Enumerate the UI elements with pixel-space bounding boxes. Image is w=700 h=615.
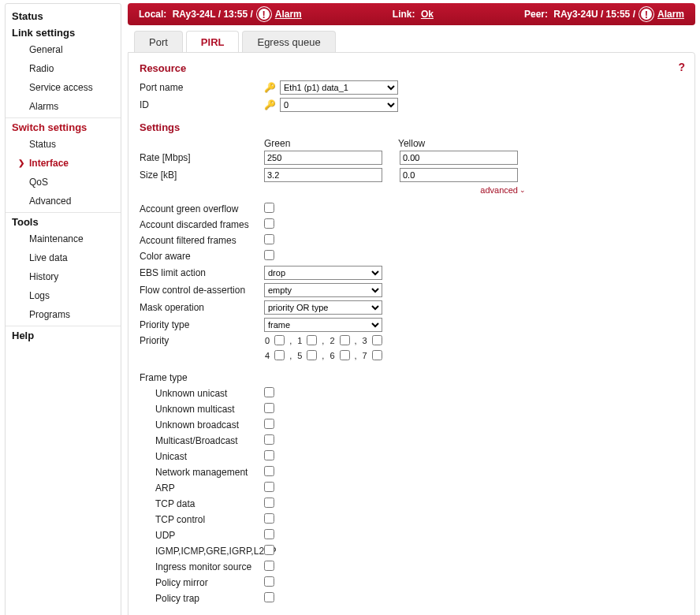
status-local-label: Local: [139, 9, 166, 20]
input-size-yellow[interactable] [400, 168, 518, 182]
input-rate-yellow[interactable] [400, 151, 518, 165]
column-header-green: Green [264, 138, 398, 149]
sidebar-section-switch-settings[interactable]: Switch settings [6, 118, 121, 135]
sidebar-item-logs[interactable]: Logs [6, 286, 121, 305]
checkbox-frame-type-10[interactable] [264, 545, 274, 555]
status-link-label: Link: [393, 9, 415, 20]
help-icon[interactable]: ? [678, 61, 685, 73]
label-account-green-overflow: Account green overflow [140, 203, 264, 214]
label-frame-type: Frame type [140, 372, 264, 383]
label-flow-control-deassertion: Flow control de-assertion [140, 285, 264, 296]
sidebar-item-qos[interactable]: QoS [6, 173, 121, 192]
label-frame-type-8: TCP control [140, 514, 264, 525]
priority-num-5: 5 [297, 351, 302, 360]
select-ebs-limit-action[interactable]: drop [264, 266, 382, 280]
sidebar-item-programs[interactable]: Programs [6, 305, 121, 324]
checkbox-frame-type-0[interactable] [264, 387, 274, 397]
checkbox-priority-2[interactable] [340, 335, 350, 345]
status-link: Link: Ok [393, 9, 434, 20]
select-port-name[interactable]: Eth1 (p1) data_1 [280, 80, 398, 95]
key-icon: 🔑 [264, 82, 276, 93]
checkbox-priority-1[interactable] [307, 335, 317, 345]
tab-port[interactable]: Port [134, 31, 183, 53]
checkbox-frame-type-3[interactable] [264, 434, 274, 445]
checkbox-frame-type-1[interactable] [264, 403, 274, 413]
checkbox-frame-type-7[interactable] [264, 498, 274, 508]
advanced-toggle[interactable]: advanced ⌄ [140, 185, 683, 195]
select-priority-type[interactable]: frame [264, 318, 382, 332]
status-peer-alarm-link[interactable]: Alarm [657, 9, 684, 20]
checkbox-frame-type-6[interactable] [264, 482, 274, 492]
checkbox-account-discarded[interactable] [264, 218, 274, 229]
sidebar-item-history[interactable]: History [6, 267, 121, 286]
checkbox-frame-type-11[interactable] [264, 561, 274, 571]
sidebar-section-link-settings[interactable]: Link settings [6, 24, 121, 40]
tab-egress-queue[interactable]: Egress queue [242, 31, 335, 53]
checkbox-priority-7[interactable] [372, 350, 382, 360]
sidebar: Status Link settings General Radio Servi… [5, 3, 121, 615]
select-id[interactable]: 0 [280, 98, 398, 112]
status-peer-label: Peer: [524, 9, 548, 20]
checkbox-frame-type-12[interactable] [264, 576, 274, 587]
section-settings-title: Settings [140, 121, 683, 133]
form-card: ? Resource Port name 🔑 Eth1 (p1) data_1 … [128, 52, 695, 615]
priority-num-1: 1 [297, 336, 302, 345]
select-flow-control-deassertion[interactable]: empty [264, 283, 382, 297]
sidebar-item-radio[interactable]: Radio [6, 59, 121, 78]
checkbox-frame-type-2[interactable] [264, 419, 274, 429]
label-frame-type-2: Unknown broadcast [140, 419, 264, 430]
priority-num-7: 7 [363, 351, 367, 360]
label-priority: Priority [140, 335, 264, 346]
sidebar-item-general[interactable]: General [6, 40, 121, 59]
column-header-yellow: Yellow [398, 138, 532, 149]
sidebar-item-service-access[interactable]: Service access [6, 78, 121, 97]
sidebar-item-live-data[interactable]: Live data [6, 248, 121, 267]
link-status-bar: Local: RAy3-24L / 13:55 / ! Alarm Link: … [128, 3, 695, 25]
priority-num-3: 3 [363, 336, 367, 345]
tab-pirl[interactable]: PIRL [186, 31, 240, 53]
label-frame-type-5: Network management [140, 467, 264, 478]
status-link-value[interactable]: Ok [421, 9, 434, 20]
label-frame-type-12: Policy mirror [140, 577, 264, 588]
select-mask-operation[interactable]: priority OR type [264, 300, 382, 315]
checkbox-account-green-overflow[interactable] [264, 203, 274, 213]
checkbox-frame-type-13[interactable] [264, 592, 274, 602]
checkbox-priority-4[interactable] [274, 350, 285, 360]
input-rate-green[interactable] [264, 151, 382, 165]
status-peer-value: RAy3-24U / 15:55 / [553, 9, 635, 20]
sidebar-section-status[interactable]: Status [6, 7, 121, 24]
sidebar-section-help[interactable]: Help [6, 326, 121, 343]
checkbox-priority-5[interactable] [307, 350, 317, 360]
sidebar-section-tools[interactable]: Tools [6, 213, 121, 229]
advanced-label: advanced [480, 185, 518, 195]
sidebar-item-maintenance[interactable]: Maintenance [6, 229, 121, 248]
label-color-aware: Color aware [140, 251, 264, 262]
label-account-discarded: Account discarded frames [140, 219, 264, 230]
checkbox-color-aware[interactable] [264, 250, 274, 260]
checkbox-frame-type-8[interactable] [264, 513, 274, 524]
checkbox-priority-6[interactable] [340, 350, 350, 360]
label-ebs-limit-action: EBS limit action [140, 267, 264, 278]
sidebar-item-alarms[interactable]: Alarms [6, 97, 121, 116]
label-frame-type-7: TCP data [140, 498, 264, 509]
status-local-alarm-link[interactable]: Alarm [275, 9, 302, 20]
checkbox-priority-0[interactable] [274, 335, 285, 345]
sidebar-item-switch-status[interactable]: Status [6, 135, 121, 154]
checkbox-account-filtered[interactable] [264, 234, 274, 244]
checkbox-priority-3[interactable] [372, 335, 382, 345]
status-local-value: RAy3-24L / 13:55 / [173, 9, 253, 20]
key-icon: 🔑 [264, 99, 276, 110]
sidebar-item-advanced[interactable]: Advanced [6, 192, 121, 211]
priority-num-0: 0 [265, 336, 270, 345]
checkbox-frame-type-5[interactable] [264, 466, 274, 476]
sidebar-item-interface[interactable]: Interface [6, 154, 121, 173]
input-size-green[interactable] [264, 168, 382, 182]
checkbox-frame-type-9[interactable] [264, 529, 274, 539]
status-peer: Peer: RAy3-24U / 15:55 / ! Alarm [524, 7, 684, 21]
priority-num-6: 6 [330, 351, 334, 360]
label-priority-type: Priority type [140, 319, 264, 330]
label-frame-type-10: IGMP,ICMP,GRE,IGRP,L2TP [140, 546, 264, 557]
checkbox-frame-type-4[interactable] [264, 450, 274, 460]
label-frame-type-11: Ingress monitor source [140, 561, 264, 572]
priority-num-4: 4 [265, 351, 270, 360]
